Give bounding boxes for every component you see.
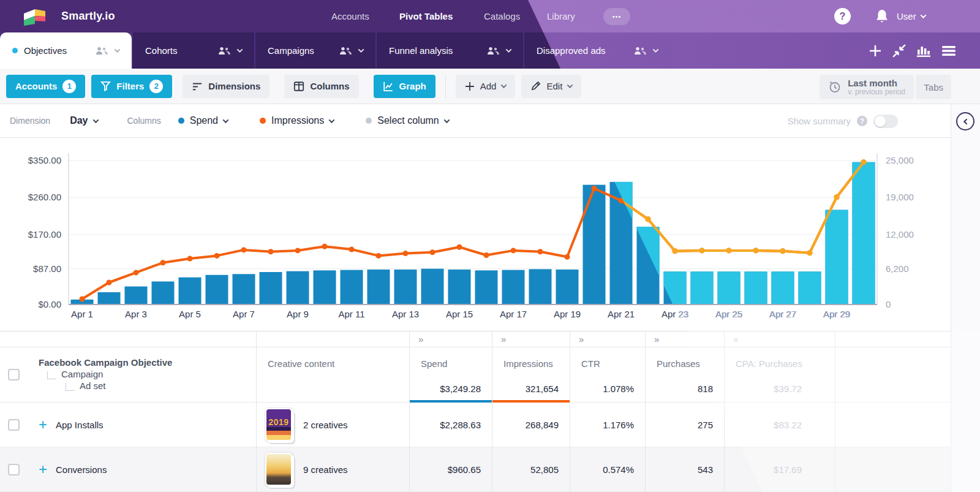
notifications-button[interactable] (875, 0, 889, 32)
creatives-count[interactable]: 9 creatives (303, 464, 348, 475)
expand-row-icon[interactable]: + (39, 418, 47, 431)
help-icon[interactable]: ? (834, 8, 851, 25)
svg-text:Apr 21: Apr 21 (608, 309, 635, 319)
row-checkbox[interactable] (8, 464, 20, 475)
chevron-down-icon[interactable] (115, 47, 121, 53)
strip-cell: » (724, 331, 835, 347)
series-select-spend[interactable]: Spend (178, 115, 228, 126)
nav-item-accounts[interactable]: Accounts (331, 0, 369, 32)
people-icon (487, 47, 499, 55)
row-checkbox-cell (0, 447, 28, 492)
chevron-down-icon[interactable] (653, 47, 659, 53)
header-creative-content[interactable]: Creative content (256, 347, 409, 403)
people-icon (634, 47, 646, 55)
svg-text:Apr 3: Apr 3 (125, 309, 147, 319)
tabs-button[interactable]: Tabs (916, 75, 951, 99)
chevron-down-icon[interactable] (358, 47, 364, 53)
date-range-button[interactable]: Last month v. previous period (820, 75, 914, 99)
user-menu[interactable]: User (897, 0, 925, 32)
tab-cohorts[interactable]: Cohorts (133, 32, 254, 69)
plus-icon (465, 81, 475, 91)
graph-button[interactable]: Graph (374, 75, 435, 98)
columns-button[interactable]: Columns (284, 75, 358, 98)
chevron-down-icon[interactable] (506, 47, 512, 53)
strip-cell (835, 331, 951, 347)
thumbnail-text: 2019 (266, 417, 291, 427)
objective-name[interactable]: Conversions (56, 464, 107, 475)
tab-objectives[interactable]: Objectives (0, 32, 132, 69)
svg-text:6,200: 6,200 (886, 263, 909, 274)
creative-content-cell: 9 creatives (256, 447, 409, 492)
spend-value: $960.65 (409, 447, 492, 492)
smartly-logo[interactable] (22, 0, 48, 32)
row-checkbox[interactable] (8, 419, 20, 431)
select-all-checkbox[interactable] (8, 369, 20, 380)
dimension-level-2[interactable]: Ad set (80, 380, 106, 391)
header-cpa-purchases[interactable]: CPA: Purchases $39.72 (724, 347, 835, 403)
accounts-count-badge: 1 (62, 80, 76, 93)
menu-button[interactable] (941, 44, 957, 58)
collapse-view-button[interactable] (892, 44, 907, 58)
dimension-level-1[interactable]: Campaign (61, 369, 103, 379)
show-summary-toggle[interactable] (873, 115, 898, 128)
svg-text:$170.00: $170.00 (28, 229, 61, 240)
nav-item-catalogs[interactable]: Catalogs (484, 0, 520, 32)
expand-column-icon[interactable]: » (492, 334, 507, 344)
cpa-value: $83.22 (724, 403, 835, 447)
dimension-level-0[interactable]: Facebook Campaign Objective (39, 357, 256, 368)
series-select-impressions[interactable]: Impressions (260, 115, 334, 126)
period-comparison-label: v. previous period (848, 88, 905, 96)
clock-icon (828, 80, 842, 94)
spend-impressions-chart[interactable]: Apr 1Apr 3Apr 5Apr 7Apr 9Apr 11Apr 13Apr… (0, 138, 980, 331)
chevron-down-icon (920, 12, 926, 18)
help-button[interactable]: ? (834, 0, 851, 32)
nav-item-pivot-tables[interactable]: Pivot Tables (399, 0, 453, 32)
svg-text:Apr 13: Apr 13 (392, 309, 419, 319)
accounts-button[interactable]: Accounts 1 (6, 75, 85, 98)
question-mark-icon[interactable]: ? (857, 116, 867, 126)
edit-button[interactable]: Edit (521, 75, 581, 98)
chevron-down-icon (501, 82, 507, 88)
filters-button[interactable]: Filters 2 (91, 75, 172, 98)
chevron-down-icon (92, 117, 99, 123)
tab-campaigns[interactable]: Campaigns (255, 32, 375, 69)
row-name-cell: + App Installs (28, 403, 256, 447)
pencil-icon (530, 81, 541, 91)
header-impressions[interactable]: Impressions 321,654 (492, 347, 570, 403)
header-ctr[interactable]: CTR 1.078% (570, 347, 645, 403)
dimensions-button[interactable]: Dimensions (183, 75, 270, 98)
tab-label: Objectives (24, 45, 67, 56)
tab-funnel-analysis[interactable]: Funnel analysis (377, 32, 523, 69)
svg-text:19,000: 19,000 (886, 192, 914, 202)
add-tab-button[interactable] (868, 44, 883, 58)
add-button[interactable]: Add (456, 75, 516, 98)
expand-row-icon[interactable]: + (39, 463, 47, 475)
expand-column-icon[interactable]: » (725, 334, 739, 344)
dimensions-lines-icon (192, 81, 203, 91)
tabs-button-label: Tabs (924, 82, 943, 93)
tab-label: Campaigns (268, 45, 314, 56)
creatives-count[interactable]: 2 creatives (303, 420, 348, 430)
chart-view-button[interactable] (916, 44, 932, 58)
expand-column-icon[interactable]: » (410, 334, 424, 344)
creative-thumbnail[interactable] (265, 453, 292, 486)
expand-column-icon[interactable]: » (646, 334, 660, 344)
bar-chart-icon (916, 44, 932, 58)
svg-text:$87.00: $87.00 (33, 263, 61, 274)
ellipsis-icon[interactable]: ••• (603, 8, 630, 25)
expand-column-icon[interactable]: » (570, 334, 584, 344)
header-purchases[interactable]: Purchases 818 (645, 347, 724, 403)
expand-panel-button[interactable] (956, 112, 974, 131)
active-tab-dot (12, 48, 18, 53)
objective-name[interactable]: App Installs (56, 420, 104, 430)
accounts-button-label: Accounts (15, 81, 57, 91)
collapse-arrows-icon (892, 44, 907, 58)
chevron-down-icon[interactable] (237, 47, 243, 53)
nav-more-menu[interactable]: ••• (603, 0, 630, 32)
strip-cell: » (645, 331, 724, 347)
dimension-select[interactable]: Day (70, 115, 97, 126)
series-select-empty[interactable]: Select column (366, 115, 449, 126)
creative-thumbnail[interactable]: 2019 (265, 408, 292, 441)
header-spend[interactable]: Spend $3,249.28 (409, 347, 492, 403)
nav-item-library[interactable]: Library (547, 0, 575, 32)
